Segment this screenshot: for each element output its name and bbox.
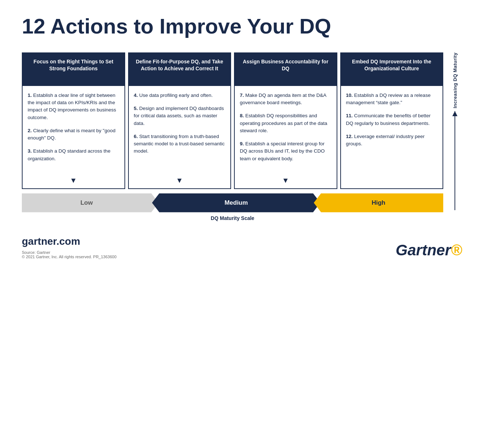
vertical-arrow-line xyxy=(455,111,455,210)
item-num: 7. xyxy=(240,93,244,98)
maturity-scale-container: Low Medium High DQ Maturity Scale xyxy=(22,193,443,221)
item-text: Establish a special interest group for D… xyxy=(240,141,325,161)
item-num: 11. xyxy=(346,113,353,118)
page-title: 12 Actions to Improve Your DQ xyxy=(22,15,462,38)
item-text: Establish DQ responsibilities and operat… xyxy=(240,113,327,133)
list-item: 3. Establish a DQ standard across the or… xyxy=(28,148,119,162)
maturity-high: High xyxy=(314,193,443,212)
item-num: 9. xyxy=(240,141,244,146)
maturity-medium: Medium xyxy=(152,193,320,212)
column-4: Embed DQ Improvement Into the Organizati… xyxy=(340,52,444,189)
down-arrow-2: ▼ xyxy=(129,174,231,188)
item-num: 6. xyxy=(134,134,138,139)
maturity-low: Low xyxy=(22,193,159,212)
gartner-logo: Gartner® xyxy=(396,241,462,259)
columns-wrapper: Focus on the Right Things to Set Strong … xyxy=(22,52,443,189)
item-text: Make DQ an agenda item at the D&A govern… xyxy=(240,93,326,105)
item-num: 10. xyxy=(346,93,353,98)
item-num: 4. xyxy=(134,93,138,98)
maturity-scale-label: DQ Maturity Scale xyxy=(22,215,443,221)
col4-body: 10. Establish a DQ review as a release m… xyxy=(341,86,443,188)
down-arrow-3: ▼ xyxy=(235,174,337,188)
item-text: Establish a clear line of sight between … xyxy=(28,93,116,120)
list-item: 10. Establish a DQ review as a release m… xyxy=(346,92,438,107)
down-arrow-1: ▼ xyxy=(23,174,124,188)
column-2: Define Fit-for-Purpose DQ, and Take Acti… xyxy=(128,52,231,189)
col1-body: 1. Establish a clear line of sight betwe… xyxy=(23,86,124,174)
maturity-scale: Low Medium High xyxy=(22,193,443,212)
col2-body: 4. Use data profiling early and often. 5… xyxy=(129,86,231,174)
footer-left: gartner.com Source: Gartner © 2021 Gartn… xyxy=(22,236,116,259)
item-text: Start transitioning from a truth-based s… xyxy=(134,134,225,154)
item-num: 3. xyxy=(28,148,32,154)
list-item: 2. Clearly define what is meant by "good… xyxy=(28,127,119,142)
col4-header: Embed DQ Improvement Into the Organizati… xyxy=(341,53,443,86)
col1-header: Focus on the Right Things to Set Strong … xyxy=(23,53,124,86)
gartner-dot: ® xyxy=(451,241,462,259)
item-text: Communicate the benefits of better DQ re… xyxy=(346,113,431,126)
item-text: Use data profiling early and often. xyxy=(139,93,213,98)
list-item: 5. Design and implement DQ dashboards fo… xyxy=(134,105,226,127)
item-num: 2. xyxy=(28,128,32,133)
list-item: 12. Leverage external/ industry peer gro… xyxy=(346,133,438,148)
list-item: 4. Use data profiling early and often. xyxy=(134,92,226,99)
list-item: 8. Establish DQ responsibilities and ope… xyxy=(240,112,332,134)
column-1: Focus on the Right Things to Set Strong … xyxy=(22,52,125,189)
item-num: 8. xyxy=(240,113,244,118)
col3-header: Assign Business Accountability for DQ xyxy=(235,53,337,86)
column-3: Assign Business Accountability for DQ 7.… xyxy=(234,52,337,189)
list-item: 7. Make DQ an agenda item at the D&A gov… xyxy=(240,92,332,107)
vertical-arrow-container: Increasing DQ Maturity xyxy=(448,52,462,221)
gartner-url: gartner.com xyxy=(22,236,116,247)
list-item: 11. Communicate the benefits of better D… xyxy=(346,112,438,127)
item-num: 5. xyxy=(134,106,138,111)
diagram-area: Focus on the Right Things to Set Strong … xyxy=(22,52,462,221)
vertical-arrow-label: Increasing DQ Maturity xyxy=(452,52,458,108)
list-item: 6. Start transitioning from a truth-base… xyxy=(134,133,226,155)
maturity-wrapper: Focus on the Right Things to Set Strong … xyxy=(22,52,443,221)
item-text: Design and implement DQ dashboards for c… xyxy=(134,106,224,126)
list-item: 9. Establish a special interest group fo… xyxy=(240,140,332,162)
item-text: Establish a DQ standard across the organ… xyxy=(28,148,110,161)
list-item: 1. Establish a clear line of sight betwe… xyxy=(28,92,119,121)
item-text: Leverage external/ industry peer groups. xyxy=(346,134,425,146)
footer: gartner.com Source: Gartner © 2021 Gartn… xyxy=(22,236,462,259)
col2-header: Define Fit-for-Purpose DQ, and Take Acti… xyxy=(129,53,231,86)
col3-body: 7. Make DQ an agenda item at the D&A gov… xyxy=(235,86,337,174)
item-text: Clearly define what is meant by "good en… xyxy=(28,128,115,141)
source-line1: Source: Gartner © 2021 Gartner, Inc. All… xyxy=(22,250,116,259)
item-num: 12. xyxy=(346,134,353,139)
item-text: Establish a DQ review as a release manag… xyxy=(346,93,431,105)
item-num: 1. xyxy=(28,93,32,98)
